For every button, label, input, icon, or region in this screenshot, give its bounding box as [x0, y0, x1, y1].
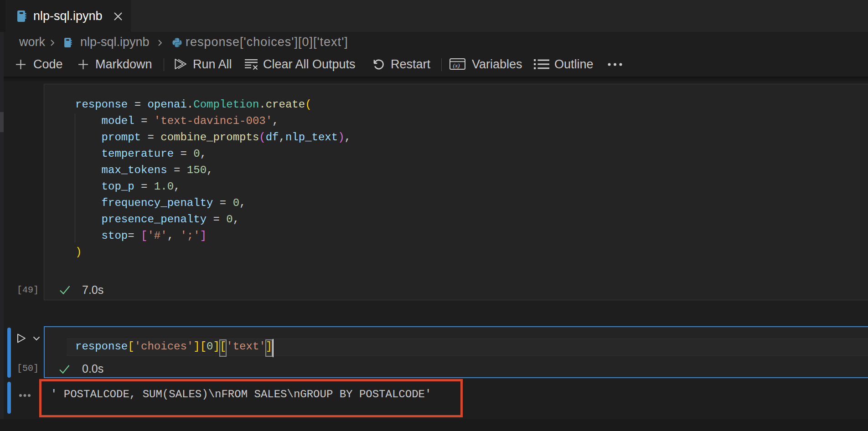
svg-text:(x): (x)	[453, 62, 460, 69]
